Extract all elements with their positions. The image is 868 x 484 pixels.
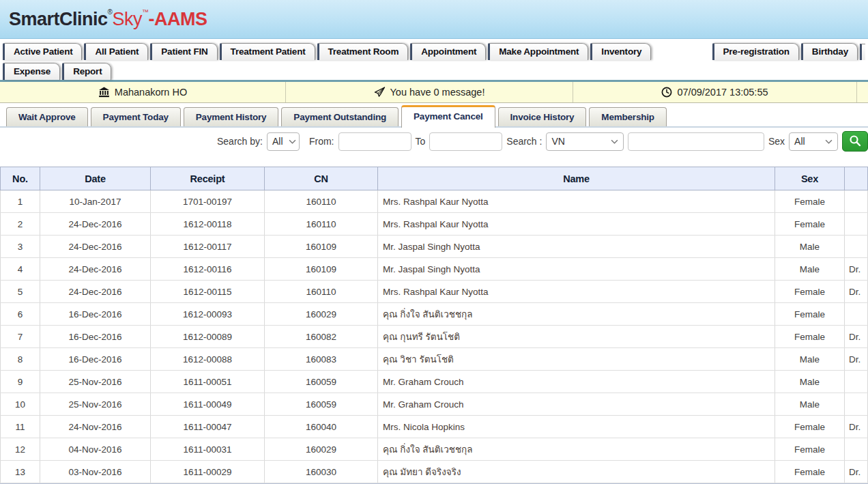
main-tabs-row2: ExpenseReport bbox=[3, 63, 113, 80]
search-type-select[interactable]: VN bbox=[546, 132, 624, 151]
cell-name: Mr. Jaspal Singh Nyotta bbox=[378, 258, 775, 281]
cell-date: 24-Dec-2016 bbox=[40, 258, 151, 281]
top-banner: SmartClinic®Sky™-AAMS bbox=[0, 0, 868, 39]
search-query-input[interactable] bbox=[628, 132, 764, 151]
table-row[interactable]: 8 16-Dec-2016 1612-00088 160083 คุณ วิชา… bbox=[1, 348, 868, 371]
sub-tab[interactable]: Membership bbox=[589, 107, 667, 126]
main-tab[interactable]: Active Patient bbox=[3, 43, 82, 60]
main-tabs-area: Active PatientAll PatientPatient FINTrea… bbox=[0, 39, 868, 80]
cell-no: 12 bbox=[1, 438, 40, 461]
table-row[interactable]: 5 24-Dec-2016 1612-00115 160110 Mrs. Ras… bbox=[1, 281, 868, 303]
table-row[interactable]: 4 24-Dec-2016 1612-00116 160109 Mr. Jasp… bbox=[1, 258, 868, 281]
cell-cn: 160109 bbox=[265, 258, 378, 281]
table-row[interactable]: 7 16-Dec-2016 1612-00089 160082 คุณ กุนท… bbox=[1, 326, 868, 348]
main-tab[interactable]: Expense bbox=[3, 63, 60, 80]
info-bar: Mahanakorn HO You have 0 message! 07/09/… bbox=[0, 82, 868, 103]
main-tab[interactable]: Appointment bbox=[410, 43, 486, 60]
cell-doctor bbox=[845, 393, 868, 416]
cell-cn: 160110 bbox=[265, 190, 378, 213]
main-tab[interactable]: Treatment Patient bbox=[220, 43, 315, 60]
cell-sex: Male bbox=[775, 393, 845, 416]
cell-cn: 160109 bbox=[265, 236, 378, 258]
table-row[interactable]: 1 10-Jan-2017 1701-00197 160110 Mrs. Ras… bbox=[1, 190, 868, 213]
cell-doctor bbox=[845, 236, 868, 258]
main-tabs-row1-right: Pre-registrationBirthday bbox=[712, 43, 860, 60]
message-text: You have 0 message! bbox=[390, 87, 485, 98]
datetime-text: 07/09/2017 13:05:55 bbox=[677, 87, 768, 98]
table-row[interactable]: 9 25-Nov-2016 1611-00051 160059 Mr. Grah… bbox=[1, 371, 868, 393]
cell-date: 24-Dec-2016 bbox=[40, 281, 151, 303]
main-tab[interactable]: All Patient bbox=[84, 43, 148, 60]
search-by-value: All bbox=[272, 136, 283, 147]
col-header-no: No. bbox=[1, 167, 40, 190]
main-tab[interactable]: Patient FIN bbox=[150, 43, 217, 60]
table-row[interactable]: 3 24-Dec-2016 1612-00117 160109 Mr. Jasp… bbox=[1, 236, 868, 258]
cell-date: 16-Dec-2016 bbox=[40, 348, 151, 371]
info-bar-spacer bbox=[857, 82, 868, 102]
table-row[interactable]: 13 03-Nov-2016 1611-00029 160030 คุณ มัท… bbox=[1, 461, 868, 483]
col-header-receipt: Receipt bbox=[151, 167, 265, 190]
sub-tab[interactable]: Wait Approve bbox=[6, 107, 88, 126]
table-row[interactable]: 11 24-Nov-2016 1611-00047 160040 Mrs. Ni… bbox=[1, 416, 868, 438]
cell-cn: 160082 bbox=[265, 326, 378, 348]
main-tab[interactable]: Inventory bbox=[590, 43, 651, 60]
cell-name: คุณ กิ่งใจ สันติเวชชกุล bbox=[378, 303, 775, 326]
sub-tab[interactable]: Payment Today bbox=[91, 107, 181, 126]
table-row[interactable]: 6 16-Dec-2016 1612-00093 160029 คุณ กิ่ง… bbox=[1, 303, 868, 326]
search-button[interactable] bbox=[842, 131, 868, 152]
cell-doctor bbox=[845, 303, 868, 326]
sub-tab[interactable]: Payment Outstanding bbox=[281, 107, 399, 126]
sub-tab[interactable]: Payment Cancel bbox=[401, 105, 495, 128]
to-date-input[interactable] bbox=[429, 132, 502, 151]
sub-tab[interactable]: Payment History bbox=[184, 107, 279, 126]
main-tab-sliver[interactable] bbox=[860, 44, 865, 60]
cell-doctor: Dr. bbox=[845, 416, 868, 438]
cell-receipt: 1612-00115 bbox=[151, 281, 265, 303]
cell-name: Mr. Graham Crouch bbox=[378, 371, 775, 393]
table-row[interactable]: 12 04-Nov-2016 1611-00031 160029 คุณ กิ่… bbox=[1, 438, 868, 461]
main-tab[interactable]: Make Appointment bbox=[488, 43, 588, 60]
sex-select[interactable]: All bbox=[789, 132, 838, 151]
cell-cn: 160059 bbox=[265, 371, 378, 393]
table-row[interactable]: 10 25-Nov-2016 1611-00049 160059 Mr. Gra… bbox=[1, 393, 868, 416]
cell-sex: Female bbox=[775, 461, 845, 483]
cell-receipt: 1611-00031 bbox=[151, 438, 265, 461]
cell-name: Mr. Jaspal Singh Nyotta bbox=[378, 236, 775, 258]
cell-receipt: 1611-00047 bbox=[151, 416, 265, 438]
table-row[interactable]: 2 24-Dec-2016 1612-00118 160110 Mrs. Ras… bbox=[1, 213, 868, 236]
cell-date: 03-Nov-2016 bbox=[40, 461, 151, 483]
cell-doctor: Dr. bbox=[845, 281, 868, 303]
cell-no: 2 bbox=[1, 213, 40, 236]
search-by-select[interactable]: All bbox=[267, 132, 300, 151]
trademark-mark: ™ bbox=[142, 8, 149, 16]
search-toolbar: Search by: All From: To Search : VN Sex … bbox=[0, 128, 868, 155]
cell-receipt: 1612-00117 bbox=[151, 236, 265, 258]
from-date-input[interactable] bbox=[338, 132, 411, 151]
table-body: 1 10-Jan-2017 1701-00197 160110 Mrs. Ras… bbox=[1, 190, 868, 483]
logo-aams: -AAMS bbox=[148, 9, 207, 29]
branch-info: Mahanakorn HO bbox=[0, 82, 286, 102]
chevron-down-icon bbox=[611, 139, 618, 144]
search-label: Search : bbox=[506, 136, 542, 147]
main-tab[interactable]: Report bbox=[62, 63, 111, 80]
message-info[interactable]: You have 0 message! bbox=[286, 82, 573, 102]
to-label: To bbox=[416, 136, 426, 147]
cell-date: 24-Dec-2016 bbox=[40, 213, 151, 236]
cell-no: 5 bbox=[1, 281, 40, 303]
sub-tab[interactable]: Invoice History bbox=[498, 107, 587, 126]
cell-cn: 160029 bbox=[265, 438, 378, 461]
search-type-value: VN bbox=[551, 136, 564, 147]
sub-tab-bar: Wait ApprovePayment TodayPayment History… bbox=[0, 103, 868, 128]
main-tab[interactable]: Pre-registration bbox=[712, 43, 799, 60]
magnifier-icon bbox=[849, 134, 861, 149]
cell-date: 24-Nov-2016 bbox=[40, 416, 151, 438]
cell-receipt: 1611-00029 bbox=[151, 461, 265, 483]
cell-receipt: 1612-00089 bbox=[151, 326, 265, 348]
cell-no: 10 bbox=[1, 393, 40, 416]
sex-value: All bbox=[794, 136, 805, 147]
cell-receipt: 1612-00116 bbox=[151, 258, 265, 281]
cell-doctor bbox=[845, 190, 868, 213]
cell-sex: Female bbox=[775, 303, 845, 326]
main-tab[interactable]: Birthday bbox=[801, 43, 858, 60]
main-tab[interactable]: Treatment Room bbox=[317, 43, 409, 60]
